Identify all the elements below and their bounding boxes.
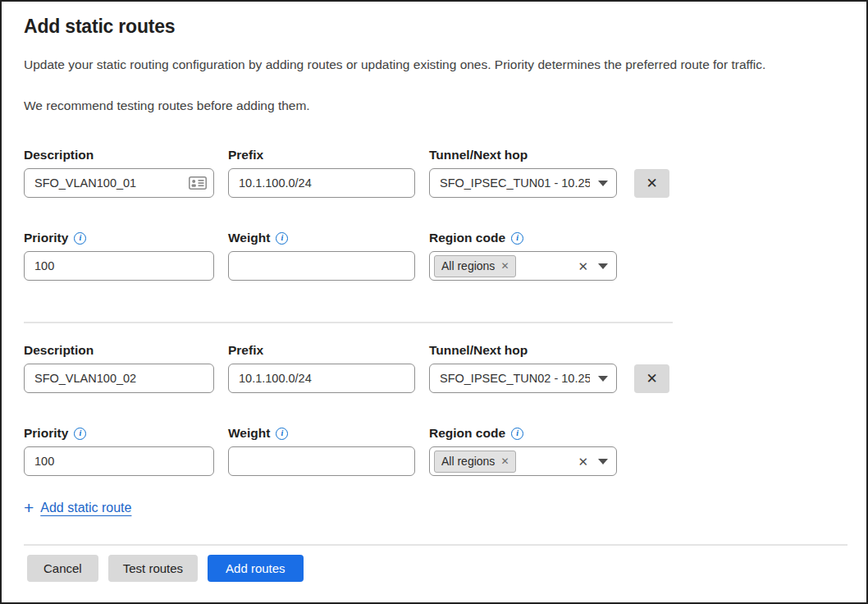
- prefix-label: Prefix: [228, 146, 415, 164]
- add-routes-button[interactable]: Add routes: [208, 555, 304, 582]
- close-icon: ✕: [646, 175, 657, 192]
- tunnel-selected-value: SFO_IPSEC_TUN02 - 10.25...: [440, 372, 590, 385]
- info-icon[interactable]: i: [276, 232, 288, 245]
- tunnel-select[interactable]: SFO_IPSEC_TUN01 - 10.25...: [429, 168, 617, 198]
- description-label: Description: [24, 341, 214, 359]
- dialog-title: Add static routes: [24, 14, 844, 39]
- region-code-label: Region code: [429, 229, 505, 247]
- info-icon[interactable]: i: [74, 232, 86, 245]
- region-chip: All regions ✕: [434, 451, 516, 473]
- add-static-route-link[interactable]: + Add static route: [24, 500, 131, 516]
- chevron-down-icon: [598, 263, 608, 269]
- priority-input[interactable]: [24, 251, 214, 281]
- region-code-select[interactable]: All regions ✕ ✕: [429, 251, 617, 281]
- info-icon[interactable]: i: [511, 428, 523, 440]
- chevron-down-icon: [598, 459, 608, 464]
- region-code-label: Region code: [429, 424, 505, 442]
- description-input[interactable]: [24, 168, 214, 198]
- info-icon[interactable]: i: [276, 428, 288, 440]
- tunnel-label: Tunnel/Next hop: [429, 341, 617, 359]
- weight-input[interactable]: [228, 446, 415, 476]
- tunnel-selected-value: SFO_IPSEC_TUN01 - 10.25...: [440, 176, 590, 190]
- dialog-note: We recommend testing routes before addin…: [24, 97, 844, 115]
- add-static-routes-dialog: Add static routes Update your static rou…: [0, 0, 868, 604]
- cancel-button[interactable]: Cancel: [27, 555, 98, 582]
- prefix-label: Prefix: [228, 341, 415, 359]
- description-input[interactable]: [24, 364, 214, 393]
- footer-divider: [24, 544, 847, 546]
- test-routes-button[interactable]: Test routes: [108, 555, 198, 582]
- remove-route-button[interactable]: ✕: [634, 364, 669, 393]
- remove-route-button[interactable]: ✕: [634, 169, 669, 198]
- region-code-select[interactable]: All regions ✕ ✕: [429, 446, 617, 476]
- route-group-divider: [24, 322, 673, 323]
- chip-remove-icon[interactable]: ✕: [500, 456, 509, 466]
- info-icon[interactable]: i: [511, 232, 523, 245]
- priority-label: Priority: [24, 229, 68, 247]
- region-chip: All regions ✕: [434, 255, 516, 277]
- info-icon[interactable]: i: [74, 428, 86, 440]
- weight-input[interactable]: [228, 251, 415, 281]
- clear-selection-icon[interactable]: ✕: [576, 455, 590, 468]
- clear-selection-icon[interactable]: ✕: [576, 260, 590, 272]
- dialog-footer: Cancel Test routes Add routes: [27, 555, 844, 582]
- chevron-down-icon: [598, 181, 608, 186]
- prefix-input[interactable]: [228, 364, 415, 393]
- tunnel-label: Tunnel/Next hop: [429, 146, 617, 164]
- description-label: Description: [24, 146, 214, 164]
- contact-card-icon: [189, 176, 207, 190]
- chevron-down-icon: [598, 376, 608, 382]
- tunnel-select[interactable]: SFO_IPSEC_TUN02 - 10.25...: [429, 364, 617, 393]
- plus-icon: +: [24, 500, 34, 516]
- prefix-input[interactable]: [228, 168, 415, 198]
- weight-label: Weight: [228, 229, 270, 247]
- priority-input[interactable]: [24, 446, 214, 476]
- priority-label: Priority: [24, 424, 68, 442]
- route-group-1: Description Prefix: [24, 146, 844, 281]
- weight-label: Weight: [228, 424, 270, 442]
- region-chip-label: All regions: [441, 259, 495, 272]
- chip-remove-icon[interactable]: ✕: [500, 261, 509, 271]
- close-icon: ✕: [646, 370, 657, 387]
- region-chip-label: All regions: [441, 455, 495, 468]
- add-static-route-label: Add static route: [40, 501, 131, 515]
- route-group-2: Description Prefix Tunnel/Next hop SFO_I…: [24, 341, 844, 476]
- dialog-description: Update your static routing configuration…: [24, 56, 844, 74]
